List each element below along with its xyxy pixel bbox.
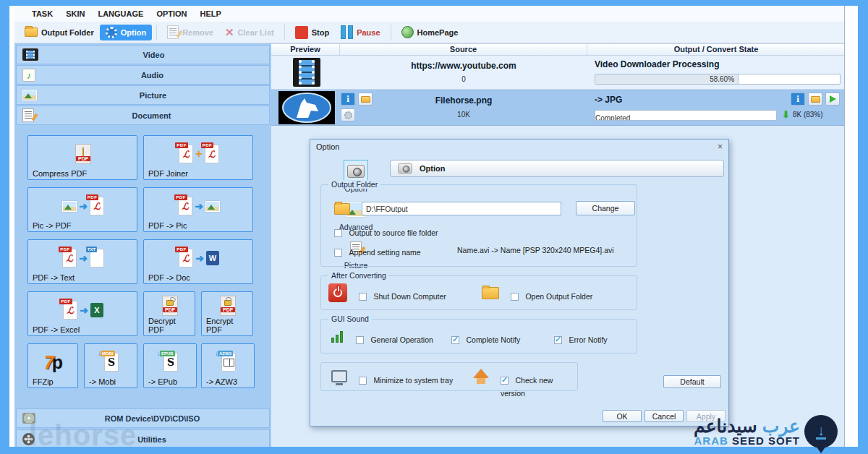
video-preview-icon xyxy=(293,58,320,87)
azw3-icon: ↓AZW3 xyxy=(221,353,236,372)
menu-help[interactable]: HELP xyxy=(200,9,221,18)
tool-pdf-joiner[interactable]: PDFℒ + PDFℒ PDF Joiner xyxy=(143,135,253,180)
tool-to-azw3[interactable]: ↓AZW3 -> AZW3 xyxy=(201,343,255,388)
tool-compress-pdf[interactable]: PDF Compress PDF xyxy=(27,135,137,180)
computer-icon xyxy=(331,370,347,382)
menu-option[interactable]: OPTION xyxy=(156,9,187,18)
pause-button[interactable]: Pause xyxy=(335,23,386,41)
pic-to-pdf-icon: ➜ PDFℒ xyxy=(33,191,134,221)
download-progress-bar: 58.60% xyxy=(595,74,841,85)
tool-label: -> Mobi xyxy=(89,377,134,386)
sidebar-item-document[interactable]: Document xyxy=(16,106,270,125)
checkbox-general-operation[interactable] xyxy=(356,336,364,344)
picture-label: Picture xyxy=(37,91,269,100)
misc-group: Minimize to system tray Check new versio… xyxy=(320,362,578,391)
tool-ffzip[interactable]: 7p FFZip xyxy=(27,343,78,388)
sound-bars-icon xyxy=(331,330,343,343)
rom-device-label: ROM Device\DVD\CD\ISO xyxy=(35,414,269,423)
sidebar-item-audio[interactable]: ♪ Audio xyxy=(16,65,270,85)
arab-seed-soft-logo: عرب سيدناعم ARAB SEED SOFT ↓ xyxy=(694,415,838,448)
logo-arabic: عرب سيدناعم xyxy=(694,417,800,435)
tool-pdf-to-text[interactable]: PDFℒ ➜ TXT PDF -> Text xyxy=(27,239,137,284)
toolbar-separator xyxy=(391,25,391,40)
download-badge-icon: ↓ xyxy=(804,415,838,448)
default-button[interactable]: Default xyxy=(663,375,721,388)
append-example: Name.avi -> Name [PSP 320x240 MPEG4].avi xyxy=(457,246,614,254)
column-output-state[interactable]: Output / Convert State xyxy=(587,44,845,55)
epub-icon: ↓EPUBS xyxy=(163,353,178,372)
tool-decrypt-pdf[interactable]: PDF Decrypt PDF xyxy=(143,291,195,336)
open-folder-button[interactable] xyxy=(808,93,822,106)
close-icon[interactable]: × xyxy=(718,142,723,152)
checkbox-shutdown[interactable] xyxy=(359,293,367,301)
sidebar-item-picture[interactable]: Picture xyxy=(16,85,270,105)
checkbox-minimize-tray[interactable] xyxy=(359,377,367,385)
output-folder-group: Output Folder Change Output to source fi… xyxy=(320,184,637,267)
tool-pic-to-pdf[interactable]: ➜ PDFℒ Pic -> PDF xyxy=(27,187,137,232)
homepage-button[interactable]: HomePage xyxy=(396,24,464,40)
state-title: Video Downloader Processing xyxy=(595,59,720,69)
tool-pdf-to-doc[interactable]: PDFℒ ➜ W PDF -> Doc xyxy=(143,239,253,284)
pdf-to-pic-icon: PDFℒ ➜ xyxy=(148,191,250,221)
mobi-icon: ↓MOBIS xyxy=(104,353,119,372)
pdf-joiner-icon: PDFℒ + PDFℒ xyxy=(148,139,250,169)
table-row[interactable]: https://www.youtube.com 0 Video Download… xyxy=(271,56,845,90)
pause-icon xyxy=(341,25,353,39)
menu-skin[interactable]: SKIN xyxy=(66,9,85,18)
tool-label: FFZip xyxy=(33,377,75,386)
source-url: https://www.youtube.com xyxy=(340,61,587,71)
tool-pdf-to-excel[interactable]: PDFℒ ➜ X PDF -> Excel xyxy=(27,291,137,336)
sidebar-item-rom-device[interactable]: ROM Device\DVD\CD\ISO xyxy=(16,408,270,428)
tool-to-mobi[interactable]: ↓MOBIS -> Mobi xyxy=(84,343,137,388)
column-source[interactable]: Source xyxy=(340,44,587,55)
remove-label: Remove xyxy=(182,28,213,37)
video-label: Video xyxy=(38,51,269,59)
play-button[interactable] xyxy=(825,93,840,106)
table-header: Preview Source Output / Convert State xyxy=(271,43,845,56)
stop-button[interactable]: Stop xyxy=(289,24,335,41)
column-preview[interactable]: Preview xyxy=(271,44,340,55)
checkbox-check-version[interactable] xyxy=(501,377,509,385)
checkbox-label: Minimize to system tray xyxy=(373,376,453,385)
source-sub: 0 xyxy=(340,75,587,83)
checkbox-open-folder[interactable] xyxy=(511,293,519,301)
section-banner: Option xyxy=(390,160,724,177)
output-folder-label: Output Folder xyxy=(41,28,94,37)
checkbox-error-notify[interactable] xyxy=(554,336,562,344)
ok-button[interactable]: OK xyxy=(603,410,642,422)
sidebar-item-utilities[interactable]: Utilities xyxy=(16,429,270,447)
progress-percent: 58.60% xyxy=(710,75,738,83)
banner-label: Option xyxy=(420,164,445,173)
converted-size: 8K (83%) xyxy=(793,111,823,119)
remove-button[interactable]: Remove xyxy=(161,23,219,41)
download-arrow-icon: ⬇ xyxy=(782,109,790,120)
checkbox-output-to-source[interactable] xyxy=(334,229,342,237)
audio-label: Audio xyxy=(35,71,269,80)
checkbox-complete-notify[interactable] xyxy=(451,336,459,344)
output-path-input[interactable] xyxy=(362,202,561,215)
cancel-button[interactable]: Cancel xyxy=(644,410,684,422)
pdf-to-doc-icon: PDFℒ ➜ W xyxy=(148,243,250,273)
tool-encrypt-pdf[interactable]: PDF Encrypt PDF xyxy=(201,291,253,336)
menu-bar: TASK SKIN LANGUAGE OPTION HELP xyxy=(14,6,844,22)
change-button[interactable]: Change xyxy=(576,201,635,215)
info-button[interactable]: i xyxy=(791,93,805,106)
gui-sound-group: GUI Sound General Operation Complete Not… xyxy=(320,319,637,354)
tool-pdf-to-pic[interactable]: PDFℒ ➜ PDF -> Pic xyxy=(143,187,253,232)
clear-list-button[interactable]: ✕ Clear List xyxy=(219,24,280,41)
tool-label: Compress PDF xyxy=(33,169,134,178)
pdf-to-excel-icon: PDFℒ ➜ X xyxy=(33,295,134,325)
convert-progress-bar: Completed xyxy=(595,110,777,121)
remove-icon xyxy=(167,25,179,39)
menu-task[interactable]: TASK xyxy=(32,9,53,18)
tool-to-epub[interactable]: ↓EPUBS -> EPub xyxy=(143,343,197,388)
tools-sidebar: Video ♪ Audio Picture Document PDF Compr… xyxy=(14,43,271,447)
encrypt-pdf-icon: PDF xyxy=(220,296,236,316)
output-folder-button[interactable]: Output Folder xyxy=(19,25,100,39)
table-row-selected[interactable]: i Filehorse.png 10K -> JPG i Completed ⬇… xyxy=(271,90,845,126)
group-legend: After Converting xyxy=(328,271,389,280)
checkbox-append-name[interactable] xyxy=(334,249,342,257)
sidebar-item-video[interactable]: Video xyxy=(16,45,270,64)
menu-language[interactable]: LANGUAGE xyxy=(98,9,143,18)
option-button[interactable]: Option xyxy=(100,25,152,40)
